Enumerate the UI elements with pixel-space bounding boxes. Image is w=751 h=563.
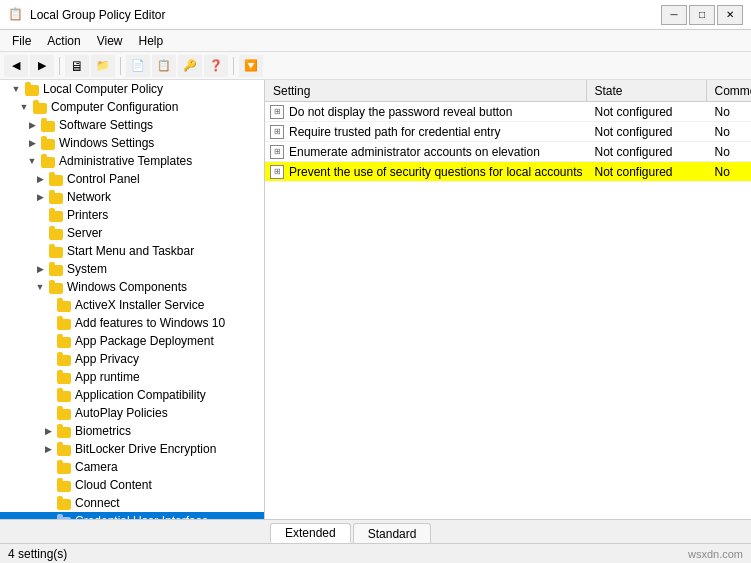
tree-item-add-features[interactable]: ▶ Add features to Windows 10 (0, 314, 264, 332)
menu-bar: File Action View Help (0, 30, 751, 52)
maximize-button[interactable]: □ (689, 5, 715, 25)
tab-standard[interactable]: Standard (353, 523, 432, 543)
minimize-button[interactable]: ─ (661, 5, 687, 25)
row-comment-1: No (707, 105, 752, 119)
policy-icon-img-4: ⊞ (270, 165, 284, 179)
status-text: 4 setting(s) (8, 547, 688, 561)
tree-item-network[interactable]: ▶ Network (0, 188, 264, 206)
col-header-comment[interactable]: Comment (707, 80, 752, 101)
folder-icon-appruntime (56, 370, 72, 384)
list-row[interactable]: ⊞ Require trusted path for credential en… (265, 122, 751, 142)
tree-item-admin-templates[interactable]: ▼ Administrative Templates (0, 152, 264, 170)
title-bar: 📋 Local Group Policy Editor ─ □ ✕ (0, 0, 751, 30)
back-button[interactable]: ◀ (4, 55, 28, 77)
filter-button[interactable]: 🔽 (239, 55, 263, 77)
folder-icon-local (24, 82, 40, 96)
tree-item-biometrics[interactable]: ▶ Biometrics (0, 422, 264, 440)
folder-icon-system (48, 262, 64, 276)
app-icon: 📋 (8, 7, 24, 23)
expander-wc: ▼ (32, 279, 48, 295)
tree-item-start-menu[interactable]: ▶ Start Menu and Taskbar (0, 242, 264, 260)
folder-icon-ws (40, 136, 56, 150)
tab-extended-label: Extended (285, 526, 336, 540)
computer-button[interactable]: 🖥 (65, 55, 89, 77)
tree-item-cloud-content[interactable]: ▶ Cloud Content (0, 476, 264, 494)
tree-label-cp: Control Panel (67, 172, 140, 186)
tree-item-camera[interactable]: ▶ Camera (0, 458, 264, 476)
key-button[interactable]: 🔑 (178, 55, 202, 77)
tree-label-ss: Software Settings (59, 118, 153, 132)
row-name-1: Do not display the password reveal butto… (285, 105, 587, 119)
row-comment-3: No (707, 145, 752, 159)
menu-help[interactable]: Help (131, 32, 172, 50)
expander-ws: ▶ (24, 135, 40, 151)
folder-icon-credui (56, 514, 72, 519)
folder-icon-cloudcontent (56, 478, 72, 492)
tree-item-connect[interactable]: ▶ Connect (0, 494, 264, 512)
menu-action[interactable]: Action (39, 32, 88, 50)
folder-icon-biometrics (56, 424, 72, 438)
expander-bitlocker: ▶ (40, 441, 56, 457)
menu-view[interactable]: View (89, 32, 131, 50)
main-content: ▼ Local Computer Policy ▼ Computer Confi… (0, 80, 751, 519)
list-row[interactable]: ⊞ Do not display the password reveal but… (265, 102, 751, 122)
folder-icon-apppackage (56, 334, 72, 348)
row-comment-4: No (707, 165, 752, 179)
row-name-3: Enumerate administrator accounts on elev… (285, 145, 587, 159)
tree-item-local-computer-policy[interactable]: ▼ Local Computer Policy (0, 80, 264, 98)
tree-item-activex[interactable]: ▶ ActiveX Installer Service (0, 296, 264, 314)
tree-item-windows-components[interactable]: ▼ Windows Components (0, 278, 264, 296)
policy-icon-3: ⊞ (265, 145, 285, 159)
tree-item-windows-settings[interactable]: ▶ Windows Settings (0, 134, 264, 152)
row-comment-2: No (707, 125, 752, 139)
tree-label-connect: Connect (75, 496, 120, 510)
tree-item-app-compat[interactable]: ▶ Application Compatibility (0, 386, 264, 404)
list-body: ⊞ Do not display the password reveal but… (265, 102, 751, 519)
folder-icon-startmenu (48, 244, 64, 258)
folder-icon-cp (48, 172, 64, 186)
expander-local: ▼ (8, 81, 24, 97)
tree-item-software-settings[interactable]: ▶ Software Settings (0, 116, 264, 134)
expander-cc: ▼ (16, 99, 32, 115)
tree-item-computer-configuration[interactable]: ▼ Computer Configuration (0, 98, 264, 116)
tree-label-activex: ActiveX Installer Service (75, 298, 204, 312)
tree-item-app-package[interactable]: ▶ App Package Deployment (0, 332, 264, 350)
list-row-highlighted[interactable]: ⊞ Prevent the use of security questions … (265, 162, 751, 182)
properties-button[interactable]: 📋 (152, 55, 176, 77)
tree-item-system[interactable]: ▶ System (0, 260, 264, 278)
tree-item-bitlocker[interactable]: ▶ BitLocker Drive Encryption (0, 440, 264, 458)
window-controls: ─ □ ✕ (661, 5, 743, 25)
tree-item-credential-ui[interactable]: ▶ Credential User Interface (0, 512, 264, 519)
tree-label-appruntime: App runtime (75, 370, 140, 384)
folder-button[interactable]: 📁 (91, 55, 115, 77)
tree-item-control-panel[interactable]: ▶ Control Panel (0, 170, 264, 188)
tree-label-cc: Computer Configuration (51, 100, 178, 114)
expander-system: ▶ (32, 261, 48, 277)
forward-button[interactable]: ▶ (30, 55, 54, 77)
help-button[interactable]: ❓ (204, 55, 228, 77)
tree-item-app-privacy[interactable]: ▶ App Privacy (0, 350, 264, 368)
folder-icon-addfeatures (56, 316, 72, 330)
tree-label-startmenu: Start Menu and Taskbar (67, 244, 194, 258)
tree-label-printers: Printers (67, 208, 108, 222)
folder-icon-activex (56, 298, 72, 312)
tab-extended[interactable]: Extended (270, 523, 351, 543)
tree-item-server[interactable]: ▶ Server (0, 224, 264, 242)
col-header-state[interactable]: State (587, 80, 707, 101)
menu-file[interactable]: File (4, 32, 39, 50)
close-button[interactable]: ✕ (717, 5, 743, 25)
policy-icon-img: ⊞ (270, 105, 284, 119)
tree-label-bitlocker: BitLocker Drive Encryption (75, 442, 216, 456)
tabs-bar: Extended Standard (0, 519, 751, 543)
doc-button[interactable]: 📄 (126, 55, 150, 77)
tree-item-printers[interactable]: ▶ Printers (0, 206, 264, 224)
tree-label-ws: Windows Settings (59, 136, 154, 150)
tree-item-app-runtime[interactable]: ▶ App runtime (0, 368, 264, 386)
folder-icon-autoplay (56, 406, 72, 420)
col-header-setting[interactable]: Setting (265, 80, 587, 101)
expander-at: ▼ (24, 153, 40, 169)
folder-icon-appprivacy (56, 352, 72, 366)
tree-item-autoplay[interactable]: ▶ AutoPlay Policies (0, 404, 264, 422)
list-row[interactable]: ⊞ Enumerate administrator accounts on el… (265, 142, 751, 162)
tree-label-appprivacy: App Privacy (75, 352, 139, 366)
